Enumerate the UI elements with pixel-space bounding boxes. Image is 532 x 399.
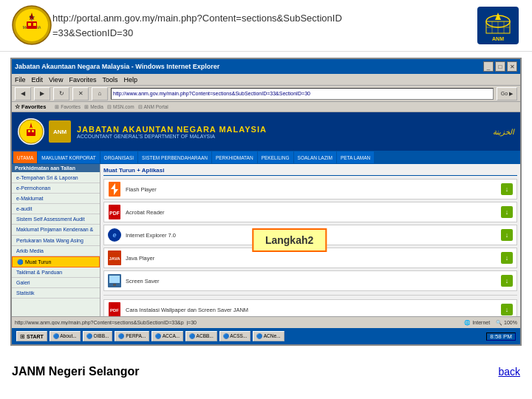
taskbar-acca[interactable]: 🔵 ACCA... xyxy=(151,331,183,341)
svg-rect-21 xyxy=(32,130,34,132)
instalasi-label: Cara Instalasi Wallpaper dan Screen Save… xyxy=(126,307,497,313)
go-button[interactable]: Go ▶ xyxy=(497,87,517,100)
start-button[interactable]: ⊞ START xyxy=(16,331,47,341)
refresh-button[interactable]: ↻ xyxy=(53,87,69,100)
status-url: http://www.anm.gov.my/main.php?Content=s… xyxy=(15,320,458,325)
sidebar-item-pinjaman[interactable]: Maklumat Pinjaman Kenderaan & xyxy=(12,225,100,235)
site-logo: ANM xyxy=(18,118,71,145)
nav-utama[interactable]: UTAMA xyxy=(13,151,37,163)
menu-tools[interactable]: Tools xyxy=(102,76,117,83)
taskbar-acbb[interactable]: 🔵 ACBB... xyxy=(185,331,217,341)
app-item-flash: Flash Player ↓ xyxy=(103,179,517,200)
svg-rect-30 xyxy=(113,284,116,286)
content-area: Perkhidmatan aan Talian e-Tempahan Sri &… xyxy=(12,164,520,316)
acrobat-download-button[interactable]: ↓ xyxy=(501,206,513,218)
sidebar-item-audit[interactable]: e-audit xyxy=(12,204,100,214)
flash-player-label: Flash Player xyxy=(126,186,497,193)
forward-nav-button[interactable]: ▶ xyxy=(34,87,50,100)
browser-statusbar: http://www.anm.gov.my/main.php?Content=s… xyxy=(12,316,520,328)
sidebar-item-galeri[interactable]: Galeri xyxy=(12,278,100,288)
browser-title: Jabatan Akauntaan Negara Malaysia - Wind… xyxy=(15,63,219,70)
sidebar-item-self-audit[interactable]: Sistem Self Assessment Audit xyxy=(12,214,100,225)
menu-view[interactable]: View xyxy=(49,76,63,83)
divider-1 xyxy=(103,295,517,296)
footer: JANM Negeri Selangor back xyxy=(0,352,532,389)
pdf-icon: PDF xyxy=(108,205,121,219)
taskbar-oibb[interactable]: 🔵 OIBB... xyxy=(83,331,113,341)
status-zoom: 🔍 100% xyxy=(496,320,517,326)
maximize-button[interactable]: □ xyxy=(495,61,505,72)
browser-toolbar: ◀ ▶ ↻ ✕ ⌂ http://www.anm.gov.my/main.php… xyxy=(12,86,520,102)
minimize-button[interactable]: _ xyxy=(483,61,494,72)
app-item-java: JAVA Java Player Langkah2 ↓ xyxy=(103,248,517,268)
close-button[interactable]: ✕ xyxy=(507,61,517,72)
anm-logo: ANM xyxy=(476,5,520,46)
nav-maklumat[interactable]: MAKLUMAT KORPORAT xyxy=(38,151,99,163)
java-download-button[interactable]: ↓ xyxy=(501,252,513,264)
svg-text:ANM: ANM xyxy=(492,36,504,41)
ie-icon: e xyxy=(108,228,121,242)
sidebar-item-taklimat[interactable]: Taklimat & Panduan xyxy=(12,267,100,278)
app-list: Flash Player ↓ PDF Acrobat Read xyxy=(103,179,517,316)
sidebar-item-statistik[interactable]: Statistik xyxy=(12,288,100,299)
nav-sistem[interactable]: SISTEM PERBENDAHARAAN xyxy=(138,151,211,163)
nav-soalan[interactable]: SOALAN LAZIM xyxy=(294,151,336,163)
sidebar-item-arkib[interactable]: Arkib Media xyxy=(12,246,100,256)
taskbar: ⊞ START 🔵 About... 🔵 OIBB... 🔵 PERPA... … xyxy=(12,328,520,344)
home-button[interactable]: ⌂ xyxy=(92,87,108,100)
taskbar-perpa[interactable]: 🔵 PERPA... xyxy=(115,331,149,341)
screen-download-button[interactable]: ↓ xyxy=(501,275,513,287)
taskbar-about[interactable]: 🔵 About... xyxy=(50,331,81,341)
svg-rect-29 xyxy=(109,276,120,283)
site-title: JABATAN AKAUNTAN NEGARA MALAYSIA ACCOUNT… xyxy=(77,125,267,139)
svg-rect-6 xyxy=(28,23,31,26)
svg-rect-20 xyxy=(28,130,30,132)
sidebar-item-maklumat[interactable]: e-Maklumat xyxy=(12,194,100,204)
sidebar: Perkhidmatan aan Talian e-Tempahan Sri &… xyxy=(12,164,100,316)
screen-label: Screen Saver xyxy=(126,278,497,284)
url-display: http://portal.anm.gov.my/main.php?Conten… xyxy=(52,11,464,40)
sidebar-item-muat-turun[interactable]: 🔵 Muat Turun xyxy=(12,256,100,267)
org-name: JANM Negeri Selangor xyxy=(12,365,139,378)
stop-button[interactable]: ✕ xyxy=(72,87,89,100)
menu-favorites[interactable]: Favorites xyxy=(69,76,96,83)
sidebar-item-tempahan[interactable]: e-Tempahan Sri & Laporan xyxy=(12,173,100,183)
app-item-instalasi: PDF Cara Instalasi Wallpaper dan Screen … xyxy=(103,299,517,316)
java-label: Java Player xyxy=(126,255,497,262)
sidebar-item-mata-wang[interactable]: Pertukaran Mata Wang Asing xyxy=(12,236,100,246)
instalasi-icon: PDF xyxy=(108,302,121,316)
page-header: 🦅 MALAYSIA http://portal.anm.gov.my/main… xyxy=(0,0,532,52)
menu-file[interactable]: File xyxy=(15,76,26,83)
taskbar-acss[interactable]: 🔵 ACSS... xyxy=(219,331,251,341)
site-emblem xyxy=(18,118,44,145)
site-header: ANM JABATAN AKAUNTAN NEGARA MALAYSIA ACC… xyxy=(12,112,520,151)
menu-help[interactable]: Help xyxy=(123,76,137,83)
flash-icon xyxy=(108,182,121,197)
status-zone: 🌐 Internet xyxy=(464,320,490,326)
content-title: Muat Turun + Aplikasi xyxy=(103,167,517,176)
screen-icon xyxy=(108,273,121,288)
nav-organisasi[interactable]: ORGANISASI xyxy=(100,151,137,163)
nav-perkhidmatan[interactable]: PERKHIDMATAN xyxy=(212,151,257,163)
nav-peta[interactable]: PETA LAMAN xyxy=(337,151,374,163)
instalasi-download-button[interactable]: ↓ xyxy=(501,304,513,316)
menu-edit[interactable]: Edit xyxy=(32,76,44,83)
taskbar-nemo[interactable]: 🔵 ACNe... xyxy=(253,331,284,341)
ie-download-button[interactable]: ↓ xyxy=(501,229,513,241)
acrobat-label: Acrobat Reader xyxy=(126,209,497,216)
address-bar[interactable]: http://www.anm.gov.my/main.php?Content=s… xyxy=(111,88,494,100)
back-nav-button[interactable]: ◀ xyxy=(15,87,31,100)
app-item-acrobat: PDF Acrobat Reader ↓ xyxy=(103,202,517,222)
browser-screenshot: Jabatan Akauntaan Negara Malaysia - Wind… xyxy=(10,58,522,346)
flash-download-button[interactable]: ↓ xyxy=(501,183,513,195)
nav-pekeliling[interactable]: PEKELILING xyxy=(258,151,293,163)
svg-rect-7 xyxy=(33,23,36,26)
sidebar-section-title: Perkhidmatan aan Talian xyxy=(12,164,100,172)
anm-site-logo: ANM xyxy=(49,120,71,143)
main-content: Muat Turun + Aplikasi Flash Player xyxy=(100,164,520,316)
svg-text:PDF: PDF xyxy=(109,211,120,216)
window-controls: _ □ ✕ xyxy=(483,61,517,72)
site-navigation[interactable]: UTAMA MAKLUMAT KORPORAT ORGANISASI SISTE… xyxy=(12,151,520,164)
back-link[interactable]: back xyxy=(498,366,520,378)
sidebar-item-permohonan[interactable]: e-Permohonan xyxy=(12,183,100,194)
